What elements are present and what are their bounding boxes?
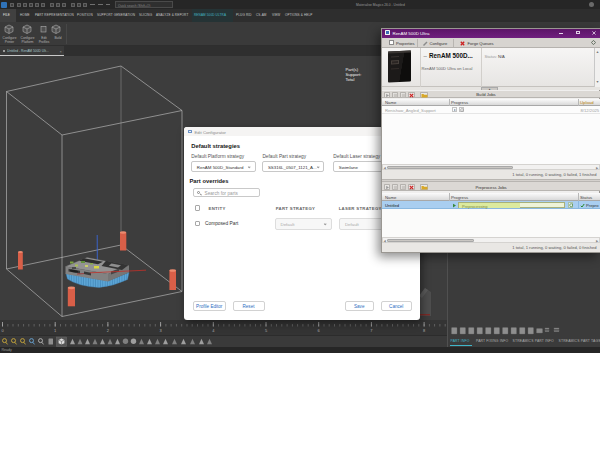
svg-text:2: 2 <box>107 328 110 333</box>
svg-text:3: 3 <box>159 328 162 333</box>
svg-text:0: 0 <box>1 328 4 333</box>
svg-text:4: 4 <box>212 328 215 333</box>
svg-text:1: 1 <box>54 328 57 333</box>
svg-text:7: 7 <box>370 328 373 333</box>
svg-text:6: 6 <box>318 328 321 333</box>
svg-text:5: 5 <box>265 328 268 333</box>
svg-text:8: 8 <box>423 328 426 333</box>
